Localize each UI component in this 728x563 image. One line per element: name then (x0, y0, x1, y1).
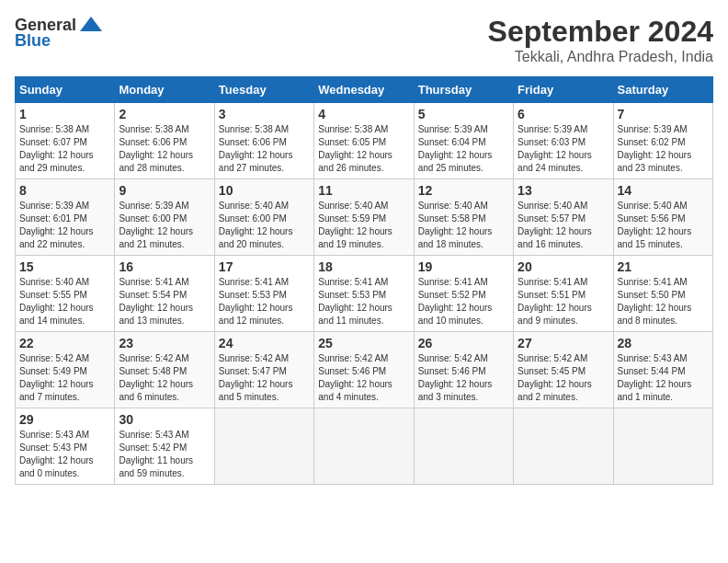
day-number: 10 (219, 183, 310, 198)
calendar-day-cell: 16 Sunrise: 5:41 AM Sunset: 5:54 PM Dayl… (115, 256, 214, 332)
day-number: 21 (618, 259, 709, 274)
day-number: 28 (618, 336, 709, 350)
calendar-day-cell: 29 Sunrise: 5:43 AM Sunset: 5:43 PM Dayl… (16, 408, 115, 485)
calendar-day-cell: 18 Sunrise: 5:41 AM Sunset: 5:53 PM Dayl… (314, 256, 414, 332)
day-number: 30 (119, 412, 210, 427)
day-info: Sunrise: 5:38 AM Sunset: 6:06 PM Dayligh… (219, 123, 310, 175)
calendar-day-cell (414, 408, 513, 485)
day-number: 6 (518, 107, 609, 121)
day-number: 1 (19, 107, 110, 121)
header-wednesday: Wednesday (314, 77, 414, 103)
calendar-week-row: 15 Sunrise: 5:40 AM Sunset: 5:55 PM Dayl… (16, 256, 713, 332)
day-number: 8 (19, 183, 110, 198)
calendar-day-cell: 26 Sunrise: 5:42 AM Sunset: 5:46 PM Dayl… (414, 332, 513, 408)
day-number: 7 (618, 107, 709, 121)
calendar-day-cell: 9 Sunrise: 5:39 AM Sunset: 6:00 PM Dayli… (115, 179, 214, 256)
day-info: Sunrise: 5:42 AM Sunset: 5:45 PM Dayligh… (518, 352, 609, 404)
day-number: 17 (219, 259, 310, 274)
day-number: 14 (618, 183, 709, 198)
day-info: Sunrise: 5:42 AM Sunset: 5:46 PM Dayligh… (318, 352, 409, 404)
day-info: Sunrise: 5:39 AM Sunset: 6:02 PM Dayligh… (618, 123, 709, 175)
header-tuesday: Tuesday (214, 77, 313, 103)
day-info: Sunrise: 5:43 AM Sunset: 5:43 PM Dayligh… (19, 429, 110, 480)
day-info: Sunrise: 5:41 AM Sunset: 5:53 PM Dayligh… (219, 276, 310, 327)
page-header: General Blue September 2024 Tekkali, And… (15, 15, 713, 65)
calendar-day-cell: 28 Sunrise: 5:43 AM Sunset: 5:44 PM Dayl… (613, 332, 712, 408)
calendar-day-cell (314, 408, 414, 485)
day-number: 2 (119, 107, 210, 121)
day-number: 5 (418, 107, 509, 121)
day-info: Sunrise: 5:40 AM Sunset: 5:59 PM Dayligh… (318, 200, 409, 251)
calendar-day-cell: 23 Sunrise: 5:42 AM Sunset: 5:48 PM Dayl… (115, 332, 214, 408)
calendar-day-cell: 19 Sunrise: 5:41 AM Sunset: 5:52 PM Dayl… (414, 256, 513, 332)
day-info: Sunrise: 5:42 AM Sunset: 5:48 PM Dayligh… (119, 352, 210, 404)
day-info: Sunrise: 5:41 AM Sunset: 5:53 PM Dayligh… (318, 276, 409, 327)
header-thursday: Thursday (414, 77, 513, 103)
calendar-day-cell: 20 Sunrise: 5:41 AM Sunset: 5:51 PM Dayl… (514, 256, 613, 332)
header-sunday: Sunday (16, 77, 115, 103)
day-info: Sunrise: 5:39 AM Sunset: 6:00 PM Dayligh… (119, 200, 210, 251)
calendar-day-cell: 11 Sunrise: 5:40 AM Sunset: 5:59 PM Dayl… (314, 179, 414, 256)
calendar-day-cell: 7 Sunrise: 5:39 AM Sunset: 6:02 PM Dayli… (613, 103, 712, 179)
calendar-subtitle: Tekkali, Andhra Pradesh, India (488, 49, 713, 65)
calendar-day-cell: 21 Sunrise: 5:41 AM Sunset: 5:50 PM Dayl… (613, 256, 712, 332)
day-info: Sunrise: 5:43 AM Sunset: 5:44 PM Dayligh… (618, 352, 709, 404)
calendar-week-row: 8 Sunrise: 5:39 AM Sunset: 6:01 PM Dayli… (16, 179, 713, 256)
calendar-day-cell: 4 Sunrise: 5:38 AM Sunset: 6:05 PM Dayli… (314, 103, 414, 179)
day-number: 18 (318, 259, 409, 274)
calendar-day-cell: 5 Sunrise: 5:39 AM Sunset: 6:04 PM Dayli… (414, 103, 513, 179)
calendar-day-cell: 22 Sunrise: 5:42 AM Sunset: 5:49 PM Dayl… (16, 332, 115, 408)
day-number: 9 (119, 183, 210, 198)
logo-icon (78, 15, 104, 35)
weekday-header-row: Sunday Monday Tuesday Wednesday Thursday… (16, 77, 713, 103)
day-info: Sunrise: 5:40 AM Sunset: 5:56 PM Dayligh… (618, 200, 709, 251)
calendar-day-cell: 14 Sunrise: 5:40 AM Sunset: 5:56 PM Dayl… (613, 179, 712, 256)
logo: General Blue (15, 15, 104, 51)
day-number: 29 (19, 412, 110, 427)
calendar-day-cell: 6 Sunrise: 5:39 AM Sunset: 6:03 PM Dayli… (514, 103, 613, 179)
calendar-week-row: 1 Sunrise: 5:38 AM Sunset: 6:07 PM Dayli… (16, 103, 713, 179)
header-friday: Friday (514, 77, 613, 103)
calendar-day-cell: 27 Sunrise: 5:42 AM Sunset: 5:45 PM Dayl… (514, 332, 613, 408)
calendar-day-cell: 15 Sunrise: 5:40 AM Sunset: 5:55 PM Dayl… (16, 256, 115, 332)
day-info: Sunrise: 5:42 AM Sunset: 5:49 PM Dayligh… (19, 352, 110, 404)
calendar-day-cell: 1 Sunrise: 5:38 AM Sunset: 6:07 PM Dayli… (16, 103, 115, 179)
day-number: 13 (518, 183, 609, 198)
calendar-day-cell: 25 Sunrise: 5:42 AM Sunset: 5:46 PM Dayl… (314, 332, 414, 408)
day-info: Sunrise: 5:40 AM Sunset: 6:00 PM Dayligh… (219, 200, 310, 251)
day-info: Sunrise: 5:40 AM Sunset: 5:57 PM Dayligh… (518, 200, 609, 251)
day-number: 23 (119, 336, 210, 350)
logo-blue-text: Blue (15, 31, 51, 51)
calendar-day-cell: 17 Sunrise: 5:41 AM Sunset: 5:53 PM Dayl… (214, 256, 313, 332)
calendar-day-cell (214, 408, 313, 485)
day-number: 16 (119, 259, 210, 274)
day-info: Sunrise: 5:39 AM Sunset: 6:03 PM Dayligh… (518, 123, 609, 175)
day-number: 12 (418, 183, 509, 198)
calendar-day-cell (514, 408, 613, 485)
day-info: Sunrise: 5:43 AM Sunset: 5:42 PM Dayligh… (119, 429, 210, 480)
day-info: Sunrise: 5:38 AM Sunset: 6:06 PM Dayligh… (119, 123, 210, 175)
day-info: Sunrise: 5:38 AM Sunset: 6:07 PM Dayligh… (19, 123, 110, 175)
header-saturday: Saturday (613, 77, 712, 103)
calendar-day-cell: 24 Sunrise: 5:42 AM Sunset: 5:47 PM Dayl… (214, 332, 313, 408)
day-info: Sunrise: 5:39 AM Sunset: 6:01 PM Dayligh… (19, 200, 110, 251)
day-number: 4 (318, 107, 409, 121)
day-info: Sunrise: 5:41 AM Sunset: 5:50 PM Dayligh… (618, 276, 709, 327)
calendar-day-cell: 12 Sunrise: 5:40 AM Sunset: 5:58 PM Dayl… (414, 179, 513, 256)
day-number: 24 (219, 336, 310, 350)
day-info: Sunrise: 5:41 AM Sunset: 5:52 PM Dayligh… (418, 276, 509, 327)
calendar-day-cell: 30 Sunrise: 5:43 AM Sunset: 5:42 PM Dayl… (115, 408, 214, 485)
calendar-day-cell (613, 408, 712, 485)
day-number: 3 (219, 107, 310, 121)
day-number: 19 (418, 259, 509, 274)
day-info: Sunrise: 5:40 AM Sunset: 5:58 PM Dayligh… (418, 200, 509, 251)
calendar-week-row: 22 Sunrise: 5:42 AM Sunset: 5:49 PM Dayl… (16, 332, 713, 408)
calendar-title: September 2024 (488, 15, 713, 49)
day-number: 25 (318, 336, 409, 350)
day-info: Sunrise: 5:42 AM Sunset: 5:46 PM Dayligh… (418, 352, 509, 404)
day-info: Sunrise: 5:40 AM Sunset: 5:55 PM Dayligh… (19, 276, 110, 327)
day-number: 15 (19, 259, 110, 274)
day-number: 20 (518, 259, 609, 274)
calendar-day-cell: 2 Sunrise: 5:38 AM Sunset: 6:06 PM Dayli… (115, 103, 214, 179)
calendar-day-cell: 8 Sunrise: 5:39 AM Sunset: 6:01 PM Dayli… (16, 179, 115, 256)
